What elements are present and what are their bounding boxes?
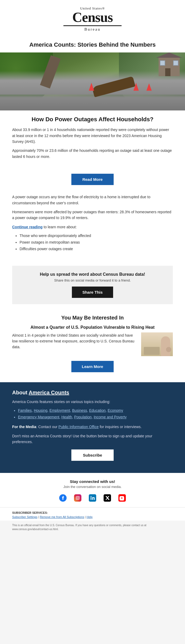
svg-point-4 xyxy=(79,496,80,497)
linkedin-icon[interactable] xyxy=(87,493,98,503)
link-employment[interactable]: Employment xyxy=(49,408,70,413)
instagram-icon[interactable] xyxy=(73,493,83,503)
share-box-title: Help us spread the word about Census Bur… xyxy=(17,272,168,277)
social-icons xyxy=(4,493,181,503)
card-text: Almost 1 in 4 people in the United State… xyxy=(12,332,137,350)
continue-suffix: to learn more about: xyxy=(43,225,77,229)
article-extra: A power outage occurs any time the flow … xyxy=(0,194,185,260)
article-title: How Do Power Outages Affect Households? xyxy=(12,116,173,123)
share-box: Help us spread the word about Census Bur… xyxy=(12,266,173,304)
footer: SUBSCRIBER SERVICES: Subscriber Settings… xyxy=(0,507,185,521)
card-thumbnail xyxy=(141,332,173,356)
bullet-item: Power outages in metropolitan areas xyxy=(20,239,173,246)
card-content: Almost 1 in 4 people in the United State… xyxy=(12,332,173,356)
bullet-item: Those who were disproportionately affect… xyxy=(20,233,173,239)
help-link[interactable]: Help xyxy=(86,515,92,519)
link-families[interactable]: Families xyxy=(18,408,32,413)
media-bold: For the Media xyxy=(12,425,36,429)
subscribe-button[interactable]: Subscribe xyxy=(71,449,114,461)
continue-reading-para: Continue reading to learn more about: xyxy=(12,224,173,230)
share-button[interactable]: Share This xyxy=(72,287,113,298)
main-title: America Counts: Stories Behind the Numbe… xyxy=(0,36,185,52)
about-list: Families, Housing, Employment, Business,… xyxy=(12,407,173,420)
link-population[interactable]: Population xyxy=(74,415,91,419)
share-box-subtitle: Share this on social media or forward it… xyxy=(17,278,168,282)
subscriber-settings-link[interactable]: Subscriber Settings xyxy=(12,515,37,519)
logo: United States® Census Bureau xyxy=(4,6,181,32)
about-cta: Don't miss an America Counts story! Use … xyxy=(12,433,173,445)
card-title: Almost a Quarter of U.S. Population Vuln… xyxy=(12,325,173,330)
about-intro: America Counts features stories on vario… xyxy=(12,399,173,405)
remove-subscriptions-link[interactable]: Remove me from All Subscriptions xyxy=(40,515,84,519)
about-section: About America Counts America Counts feat… xyxy=(0,382,185,473)
logo-divider xyxy=(63,25,122,26)
about-title: About America Counts xyxy=(12,390,173,396)
article-para3: A power outage occurs any time the flow … xyxy=(12,194,173,206)
interested-section: You May Be Interested In Almost a Quarte… xyxy=(0,309,185,382)
email-wrapper: United States® Census Bureau America Cou… xyxy=(0,0,185,534)
logo-bureau-text: Bureau xyxy=(4,27,181,32)
article-para1: About 33.9 million or 1 in 4 households … xyxy=(12,127,173,144)
logo-census-text: Census xyxy=(4,11,181,24)
header: United States® Census Bureau xyxy=(0,0,185,36)
article-para4: Homeowners were more affected by power o… xyxy=(12,209,173,221)
about-title-link[interactable]: America Counts xyxy=(29,390,69,395)
svg-rect-6 xyxy=(91,497,91,500)
article-para2: Approximately 70% or 23.6 million of the… xyxy=(12,148,173,159)
disclaimer-text: This is an official email from the U.S. … xyxy=(12,524,146,531)
hero-image xyxy=(0,52,185,110)
link-economy[interactable]: Economy xyxy=(108,408,123,413)
link-education[interactable]: Education xyxy=(89,408,105,413)
bullet-item: Difficulties power outages create xyxy=(20,246,173,252)
about-media: For the Media: Contact our Public Inform… xyxy=(12,424,173,430)
x-twitter-icon[interactable] xyxy=(102,493,112,503)
svg-rect-1 xyxy=(74,494,81,502)
read-more-section: Read More xyxy=(0,168,185,194)
link-income[interactable]: Income and Poverty xyxy=(94,415,127,419)
about-list-item: Families, Housing, Employment, Business,… xyxy=(18,407,173,414)
social-section: Stay connected with us! Join the convers… xyxy=(0,473,185,507)
svg-rect-9 xyxy=(118,494,126,502)
footer-services-label: SUBSCRIBER SERVICES: xyxy=(12,511,173,514)
article-body: About 33.9 million or 1 in 4 households … xyxy=(12,127,173,159)
read-more-button[interactable]: Read More xyxy=(71,174,114,185)
link-housing[interactable]: Housing xyxy=(34,408,47,413)
svg-point-7 xyxy=(91,496,92,497)
footer-disclaimer: This is an official email from the U.S. … xyxy=(0,521,185,534)
social-title: Stay connected with us! xyxy=(4,479,181,484)
article-section: How Do Power Outages Affect Households? … xyxy=(0,110,185,168)
continue-reading-link[interactable]: Continue reading xyxy=(12,225,43,229)
subscribe-section: Subscribe xyxy=(12,449,173,461)
link-emergency[interactable]: Emergency Management xyxy=(18,415,59,419)
pio-link[interactable]: Public Information Office xyxy=(58,425,99,429)
social-subtitle: Join the conversation on social media. xyxy=(4,485,181,489)
interested-title: You May Be Interested In xyxy=(12,315,173,321)
about-list-item: Emergency Management, Health, Population… xyxy=(18,414,173,420)
youtube-icon[interactable] xyxy=(117,493,127,503)
facebook-icon[interactable] xyxy=(58,493,68,503)
learn-more-button[interactable]: Learn More xyxy=(71,361,114,372)
bullet-list: Those who were disproportionately affect… xyxy=(12,233,173,253)
link-business[interactable]: Business xyxy=(72,408,87,413)
link-health[interactable]: Health xyxy=(61,415,72,419)
footer-links: Subscriber Settings | Remove me from All… xyxy=(12,515,173,519)
